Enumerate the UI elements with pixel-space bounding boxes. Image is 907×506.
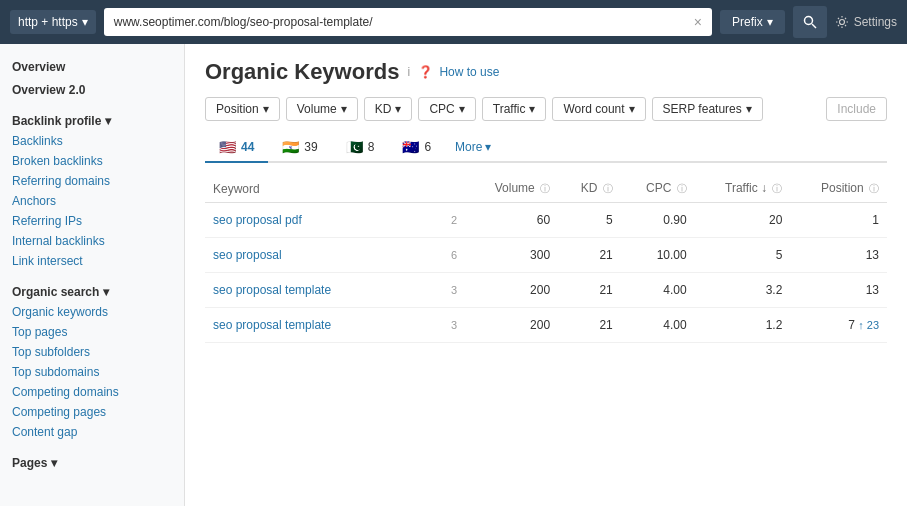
position-filter[interactable]: Position ▾	[205, 97, 280, 121]
keyword-link[interactable]: seo proposal template	[213, 283, 331, 297]
col-traffic: Traffic ↓ ⓘ	[695, 175, 791, 203]
keywords-table: Keyword Volume ⓘ KD ⓘ CPC ⓘ	[205, 175, 887, 343]
sidebar-item-internal-backlinks[interactable]: Internal backlinks	[0, 231, 184, 251]
serp-filter-chevron: ▾	[746, 102, 752, 116]
filters-row: Position ▾ Volume ▾ KD ▾ CPC ▾ Traffic ▾…	[205, 97, 887, 121]
table-row: seo proposal template 3 200 21 4.00 3.2 …	[205, 273, 887, 308]
search-icon	[803, 15, 817, 29]
prefix-select[interactable]: Prefix ▾	[720, 10, 785, 34]
sidebar-pages[interactable]: Pages ▾	[0, 450, 184, 473]
col-keyword: Keyword	[205, 175, 425, 203]
url-close-icon[interactable]: ×	[694, 14, 702, 30]
page-title-row: Organic Keywords i ❓ How to use	[205, 59, 887, 85]
position-extra: ↑ 23	[858, 319, 879, 331]
traffic-info-icon[interactable]: ⓘ	[772, 183, 782, 194]
how-to-use-link[interactable]: ❓ How to use	[418, 65, 499, 79]
wordcount-filter-chevron: ▾	[629, 102, 635, 116]
tab-in[interactable]: 🇮🇳 39	[268, 133, 331, 163]
sidebar-item-competing-domains[interactable]: Competing domains	[0, 382, 184, 402]
traffic-cell: 5	[695, 238, 791, 273]
cpc-cell: 10.00	[621, 238, 695, 273]
sidebar-overview2[interactable]: Overview 2.0	[0, 77, 184, 100]
col-volume: Volume ⓘ	[465, 175, 558, 203]
search-button[interactable]	[793, 6, 827, 38]
tab-pk[interactable]: 🇵🇰 8	[332, 133, 389, 163]
volume-filter[interactable]: Volume ▾	[286, 97, 358, 121]
sidebar-item-organic-keywords[interactable]: Organic keywords	[0, 302, 184, 322]
sidebar-item-referring-ips[interactable]: Referring IPs	[0, 211, 184, 231]
volume-info-icon[interactable]: ⓘ	[540, 183, 550, 194]
col2-cell: 2	[425, 203, 465, 238]
traffic-filter-chevron: ▾	[529, 102, 535, 116]
position-filter-label: Position	[216, 102, 259, 116]
col2-cell: 3	[425, 273, 465, 308]
sidebar-item-top-subdomains[interactable]: Top subdomains	[0, 362, 184, 382]
pk-count: 8	[368, 140, 375, 154]
sidebar-item-top-pages[interactable]: Top pages	[0, 322, 184, 342]
protocol-select[interactable]: http + https ▾	[10, 10, 96, 34]
include-button[interactable]: Include	[826, 97, 887, 121]
sidebar-overview[interactable]: Overview	[0, 54, 184, 77]
keyword-link[interactable]: seo proposal	[213, 248, 282, 262]
keyword-link[interactable]: seo proposal pdf	[213, 213, 302, 227]
page-title: Organic Keywords	[205, 59, 399, 85]
title-info-icon[interactable]: i	[407, 65, 410, 79]
sidebar-organic-search[interactable]: Organic search ▾	[0, 279, 184, 302]
cpc-cell: 4.00	[621, 273, 695, 308]
keyword-cell: seo proposal pdf	[205, 203, 425, 238]
sidebar-backlink-profile[interactable]: Backlink profile ▾	[0, 108, 184, 131]
position-cell: 1	[790, 203, 887, 238]
kd-filter[interactable]: KD ▾	[364, 97, 413, 121]
table-header-row: Keyword Volume ⓘ KD ⓘ CPC ⓘ	[205, 175, 887, 203]
serp-filter[interactable]: SERP features ▾	[652, 97, 763, 121]
content-area: Organic Keywords i ❓ How to use Position…	[185, 44, 907, 506]
cpc-cell: 4.00	[621, 308, 695, 343]
how-to-label: How to use	[439, 65, 499, 79]
sidebar-item-backlinks[interactable]: Backlinks	[0, 131, 184, 151]
volume-filter-chevron: ▾	[341, 102, 347, 116]
keyword-cell: seo proposal	[205, 238, 425, 273]
col-cpc: CPC ⓘ	[621, 175, 695, 203]
more-label: More	[455, 140, 482, 154]
wordcount-filter[interactable]: Word count ▾	[552, 97, 645, 121]
table-row: seo proposal template 3 200 21 4.00 1.2 …	[205, 308, 887, 343]
cpc-info-icon[interactable]: ⓘ	[677, 183, 687, 194]
settings-button[interactable]: Settings	[835, 15, 897, 29]
position-filter-chevron: ▾	[263, 102, 269, 116]
sidebar-item-top-subfolders[interactable]: Top subfolders	[0, 342, 184, 362]
traffic-filter[interactable]: Traffic ▾	[482, 97, 547, 121]
cpc-cell: 0.90	[621, 203, 695, 238]
position-cell: 13	[790, 273, 887, 308]
traffic-filter-label: Traffic	[493, 102, 526, 116]
url-text: www.seoptimer.com/blog/seo-proposal-temp…	[114, 15, 373, 29]
serp-filter-label: SERP features	[663, 102, 742, 116]
sidebar-item-anchors[interactable]: Anchors	[0, 191, 184, 211]
sidebar-item-competing-pages[interactable]: Competing pages	[0, 402, 184, 422]
wordcount-filter-label: Word count	[563, 102, 624, 116]
kd-info-icon[interactable]: ⓘ	[603, 183, 613, 194]
sidebar: Overview Overview 2.0 Backlink profile ▾…	[0, 44, 185, 506]
position-info-icon[interactable]: ⓘ	[869, 183, 879, 194]
tab-us[interactable]: 🇺🇸 44	[205, 133, 268, 163]
sidebar-item-link-intersect[interactable]: Link intersect	[0, 251, 184, 271]
protocol-label: http + https	[18, 15, 78, 29]
prefix-label: Prefix	[732, 15, 763, 29]
sidebar-item-broken-backlinks[interactable]: Broken backlinks	[0, 151, 184, 171]
more-button[interactable]: More ▾	[445, 134, 501, 160]
cpc-filter[interactable]: CPC ▾	[418, 97, 475, 121]
traffic-cell: 20	[695, 203, 791, 238]
volume-filter-label: Volume	[297, 102, 337, 116]
us-flag-icon: 🇺🇸	[219, 139, 236, 155]
sidebar-item-referring-domains[interactable]: Referring domains	[0, 171, 184, 191]
kd-cell: 5	[558, 203, 621, 238]
tab-au[interactable]: 🇦🇺 6	[388, 133, 445, 163]
sidebar-item-content-gap[interactable]: Content gap	[0, 422, 184, 442]
country-tabs: 🇺🇸 44 🇮🇳 39 🇵🇰 8 🇦🇺 6 More ▾	[205, 133, 887, 163]
col-spacer	[425, 175, 465, 203]
keyword-link[interactable]: seo proposal template	[213, 318, 331, 332]
table-row: seo proposal pdf 2 60 5 0.90 20 1	[205, 203, 887, 238]
gear-icon	[835, 15, 849, 29]
in-count: 39	[304, 140, 317, 154]
au-flag-icon: 🇦🇺	[402, 139, 419, 155]
protocol-chevron: ▾	[82, 15, 88, 29]
